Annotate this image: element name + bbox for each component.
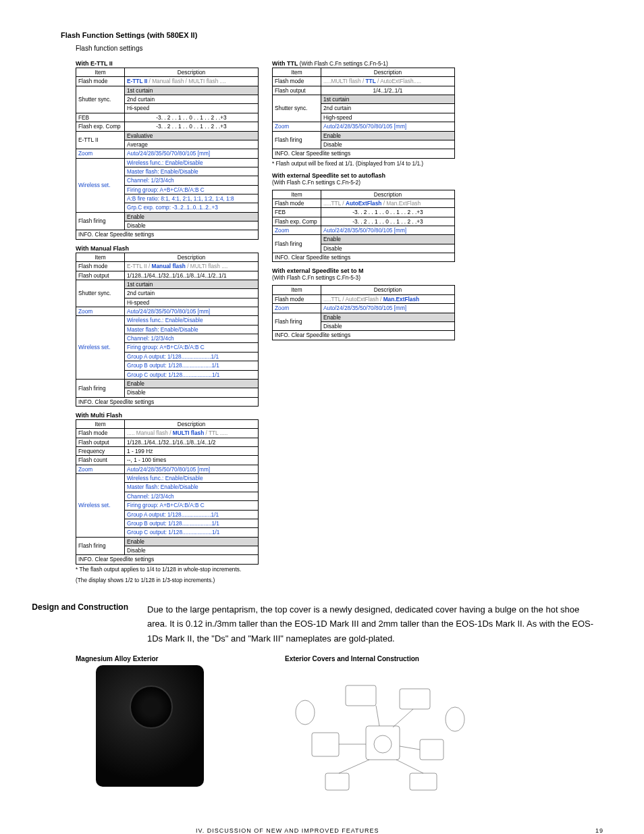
flash-table: ItemDescriptionFlash modeE-TTL II / Manu… (76, 68, 259, 240)
image-1-caption: Magnesium Alloy Exterior (76, 655, 271, 662)
section-title: Flash Function Settings (with 580EX II) (61, 31, 624, 39)
table-caption: With TTL (With Flash C.Fn settings C.Fn-… (272, 60, 455, 67)
flash-table: ItemDescriptionFlash mode.....MULTI flas… (272, 68, 455, 159)
image-1: Magnesium Alloy Exterior (76, 655, 271, 807)
svg-point-15 (446, 707, 464, 731)
svg-line-9 (400, 746, 420, 750)
svg-rect-2 (420, 739, 444, 760)
svg-point-7 (374, 735, 392, 753)
svg-line-11 (393, 709, 413, 727)
svg-line-13 (396, 760, 423, 773)
flash-table: ItemDescriptionFlash mode.....TTL / Auto… (272, 190, 455, 263)
svg-rect-4 (400, 689, 430, 709)
image-2: Exterior Covers and Internal Constructio… (285, 655, 481, 807)
page-number: 19 (595, 827, 603, 834)
tables-columns: With E-TTL IIItemDescriptionFlash modeE-… (76, 55, 624, 588)
design-heading: Design and Construction (20, 602, 135, 646)
table-caption: With Manual Flash (76, 245, 259, 252)
table-caption: With Multi Flash (76, 412, 259, 419)
design-section: Design and Construction Due to the large… (20, 602, 624, 646)
table-caption: With external Speedlite set to autoflash (272, 172, 455, 179)
flash-table: ItemDescriptionFlash mode..... Manual fl… (76, 419, 259, 565)
flash-table: ItemDescriptionFlash modeE-TTL II / Manu… (76, 253, 259, 407)
image-row: Magnesium Alloy Exterior Exterior Covers… (76, 655, 624, 807)
svg-point-14 (296, 700, 315, 725)
camera-illustration (96, 665, 204, 787)
design-body: Due to the large pentaprism, the top cov… (147, 602, 624, 646)
table-caption: With external Speedlite set to M (272, 267, 455, 274)
svg-rect-5 (325, 773, 349, 790)
table-caption: With E-TTL II (76, 60, 259, 67)
footer-section: IV. DISCUSSION OF NEW AND IMPROVED FEATU… (196, 827, 379, 834)
svg-rect-3 (346, 685, 376, 706)
flash-table: ItemDescriptionFlash mode.....TTL / Auto… (272, 285, 455, 340)
subtitle: Flash function settings (76, 45, 624, 52)
page-footer: IV. DISCUSSION OF NEW AND IMPROVED FEATU… (20, 827, 624, 834)
left-column: With E-TTL IIItemDescriptionFlash modeE-… (76, 55, 259, 588)
svg-rect-0 (366, 726, 400, 760)
image-2-caption: Exterior Covers and Internal Constructio… (285, 655, 481, 662)
svg-rect-1 (312, 733, 339, 756)
svg-rect-6 (410, 773, 437, 790)
svg-line-12 (339, 760, 369, 773)
exploded-illustration (285, 665, 474, 807)
svg-line-10 (376, 706, 379, 726)
right-column: With TTL (With Flash C.Fn settings C.Fn-… (272, 55, 455, 340)
